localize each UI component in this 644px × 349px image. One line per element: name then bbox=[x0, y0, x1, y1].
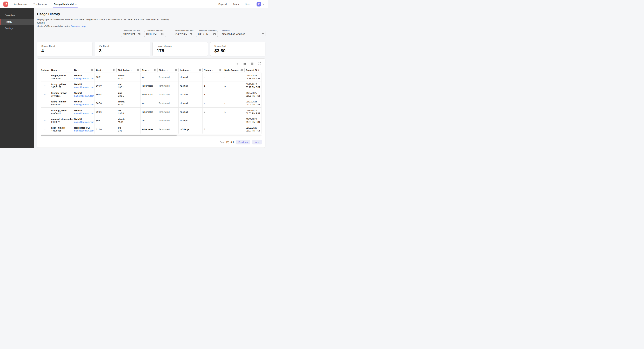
column-header[interactable]: Cost ↑↓ ↓ bbox=[95, 67, 116, 72]
nav-item-applications[interactable]: Applications bbox=[14, 0, 27, 8]
terminated-after-time-value[interactable]: 03:19 PM bbox=[146, 33, 161, 35]
column-menu-icon[interactable] bbox=[113, 69, 116, 71]
terminated-after-date-value[interactable]: 10/27/2024 bbox=[123, 33, 138, 35]
row-actions-icon[interactable]: ⋯ bbox=[44, 85, 47, 87]
terminated-after-date-field[interactable]: Terminated after date 10/27/2024 bbox=[121, 31, 142, 37]
column-header[interactable]: Type ↑↓ ↓ bbox=[141, 67, 157, 72]
created-date: 01/09/2025 bbox=[246, 118, 260, 120]
type-value: kubernetes bbox=[142, 111, 156, 113]
stat-card-vm-count: VM Count 3 bbox=[95, 42, 150, 56]
calendar-icon[interactable] bbox=[190, 32, 192, 35]
created-by-email-link[interactable]: name@domain.com bbox=[74, 77, 93, 80]
column-header[interactable]: Created At ↑↓ ↓ bbox=[244, 67, 262, 72]
stat-label: Usage Cost bbox=[214, 45, 261, 47]
sort-icon[interactable]: ↑↓ bbox=[148, 69, 149, 71]
account-menu[interactable]: K bbox=[256, 2, 264, 6]
column-menu-icon[interactable] bbox=[91, 69, 94, 71]
clock-icon[interactable] bbox=[161, 32, 164, 35]
column-header[interactable]: Status ↑↓ ↓ bbox=[157, 67, 178, 72]
page-title: Usage History bbox=[37, 12, 266, 16]
created-by-source: Web UI bbox=[74, 83, 93, 85]
created-by-source: Web UI bbox=[74, 100, 93, 103]
previous-page-button[interactable]: Previous bbox=[236, 140, 250, 144]
nav-item-troubleshoot[interactable]: Troubleshoot bbox=[34, 0, 47, 8]
status-cell: Terminated bbox=[157, 116, 178, 125]
column-header[interactable]: Name ↑↓ ↓ bbox=[50, 67, 73, 72]
type-value: vm bbox=[142, 76, 156, 78]
stat-label: Cluster Count bbox=[41, 45, 88, 47]
row-actions-icon[interactable]: ⋯ bbox=[44, 111, 47, 113]
terminated-before-time-value[interactable]: 03:19 PM bbox=[198, 33, 213, 35]
filter-icon[interactable] bbox=[236, 62, 239, 65]
column-menu-icon[interactable] bbox=[175, 69, 178, 71]
column-menu-icon[interactable] bbox=[241, 69, 244, 71]
node-groups-cell: 1 bbox=[223, 108, 244, 116]
timezone-value[interactable]: America/Los_Angeles bbox=[222, 33, 261, 35]
nav-link-team[interactable]: Team bbox=[233, 3, 239, 5]
nav-item-compatibility-matrix[interactable]: Compatibility Matrix bbox=[54, 0, 77, 8]
created-by-source: Web UI bbox=[74, 74, 93, 77]
column-header[interactable]: Actions ↑↓ ↓ bbox=[41, 67, 50, 72]
column-header[interactable]: Distribution ↑↓ ↓ bbox=[116, 67, 141, 72]
brand-logo[interactable]: R bbox=[4, 1, 8, 7]
distribution-name: kind bbox=[118, 83, 139, 85]
column-header[interactable]: Nodes ↑↓ ↓ bbox=[202, 67, 223, 72]
created-by-email-link[interactable]: name@domain.com bbox=[74, 121, 93, 123]
sidebar-item-overview[interactable]: Overview bbox=[0, 12, 34, 18]
terminated-after-time-field[interactable]: Terminated after time 03:19 PM bbox=[144, 31, 166, 37]
description-line2: clusters/VMs are available on the bbox=[37, 25, 71, 27]
sort-icon[interactable]: ↑↓ bbox=[131, 69, 132, 71]
density-icon[interactable] bbox=[250, 62, 254, 65]
fullscreen-icon[interactable] bbox=[258, 62, 262, 65]
sidebar-item-history[interactable]: History bbox=[0, 18, 34, 25]
cost-cell: $0.00 bbox=[95, 81, 116, 90]
clock-icon[interactable] bbox=[213, 32, 216, 35]
created-by-email-link[interactable]: name@domain.com bbox=[74, 95, 93, 97]
nav-link-support[interactable]: Support bbox=[218, 3, 227, 5]
terminated-before-date-value[interactable]: 01/27/2025 bbox=[175, 33, 190, 35]
calendar-icon[interactable] bbox=[138, 32, 141, 35]
created-by-email-link[interactable]: name@domain.com bbox=[74, 129, 93, 132]
row-actions-icon[interactable]: ⋯ bbox=[44, 102, 47, 104]
sidebar-item-settings[interactable]: Settings bbox=[0, 25, 34, 31]
horizontal-scrollbar-thumb[interactable] bbox=[41, 135, 176, 136]
sort-icon[interactable]: ↑↓ bbox=[190, 69, 191, 71]
usage-table-card: Actions ↑↓ ↓ Name ↑↓ ↓ bbox=[37, 58, 266, 148]
created-by-email-link[interactable]: name@domain.com bbox=[74, 112, 93, 115]
timezone-select[interactable]: Timezone America/Los_Angeles bbox=[220, 31, 266, 37]
terminated-before-date-field[interactable]: Terminated before date 01/27/2025 bbox=[173, 31, 194, 37]
nav-link-docs[interactable]: Docs bbox=[245, 3, 250, 5]
created-by-email-link[interactable]: name@domain.com bbox=[74, 103, 93, 106]
instance-cell: r1.large bbox=[178, 116, 202, 125]
column-header[interactable]: Node Groups ↑↓ ↓ bbox=[223, 67, 244, 72]
column-menu-icon[interactable] bbox=[199, 69, 202, 71]
horizontal-scrollbar-track[interactable] bbox=[41, 135, 262, 136]
row-actions-icon[interactable]: ⋯ bbox=[44, 76, 47, 78]
sort-icon[interactable]: ↑↓ bbox=[212, 69, 213, 71]
node-groups-value: 1 bbox=[224, 128, 243, 131]
column-menu-icon[interactable] bbox=[137, 69, 140, 71]
sort-desc-icon[interactable]: ↓ bbox=[258, 69, 259, 71]
column-menu-icon[interactable] bbox=[220, 69, 222, 71]
column-header-label: Distribution bbox=[118, 69, 130, 71]
row-actions-icon[interactable]: ⋯ bbox=[44, 128, 47, 130]
overview-page-link[interactable]: Overview page bbox=[71, 25, 86, 27]
column-header[interactable]: By ↑↓ ↓ bbox=[73, 67, 95, 72]
row-actions-icon[interactable]: ⋯ bbox=[44, 94, 47, 95]
sort-icon[interactable]: ↑↓ bbox=[166, 69, 168, 71]
status-badge: Terminated bbox=[158, 93, 177, 96]
sort-icon[interactable]: ↑↓ bbox=[102, 69, 103, 71]
row-actions-icon[interactable]: ⋯ bbox=[44, 120, 47, 121]
sort-icon[interactable]: ↑↓ bbox=[58, 69, 59, 71]
created-by-email-link[interactable]: name@domain.com bbox=[74, 86, 93, 88]
avatar[interactable]: K bbox=[256, 2, 261, 6]
sort-icon[interactable]: ↑↓ bbox=[239, 69, 240, 71]
terminated-before-time-field[interactable]: Terminated before time 03:19 PM bbox=[196, 31, 218, 37]
column-header[interactable]: Instance ↑↓ ↓ bbox=[178, 67, 202, 72]
cluster-id: 4819de16 bbox=[51, 129, 71, 132]
columns-icon[interactable] bbox=[243, 62, 246, 65]
column-menu-icon[interactable] bbox=[154, 69, 156, 71]
terminated-before-time-label: Terminated before time bbox=[198, 30, 217, 32]
sort-icon[interactable]: ↑↓ bbox=[78, 69, 79, 71]
next-page-button[interactable]: Next bbox=[252, 140, 262, 144]
